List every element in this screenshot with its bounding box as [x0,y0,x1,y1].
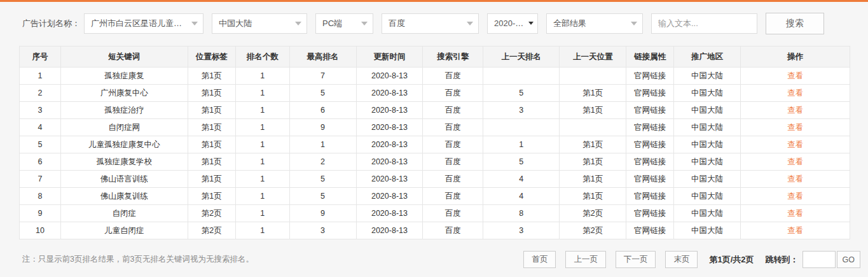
table-cell: 10 [20,222,61,239]
table-cell: 百度 [423,136,483,153]
column-header: 位置标签 [188,46,235,67]
table-cell: 5 [289,171,356,188]
view-link[interactable]: 查看 [787,192,803,201]
table-cell: 9 [289,205,356,222]
table-cell: 4 [483,188,560,205]
table-cell: 百度 [423,188,483,205]
table-row: 1孤独症康复第1页172020-8-13百度官网链接中国大陆查看 [20,67,850,85]
view-link[interactable]: 查看 [787,71,803,80]
table-row: 5儿童孤独症康复中心第1页112020-8-13百度1第1页官网链接中国大陆查看 [20,136,850,153]
table-cell: 第1页 [560,136,626,153]
table-cell: 5 [20,136,61,153]
table-cell: 1 [235,85,289,102]
table-cell: 5 [483,85,560,102]
table-cell: 中国大陆 [674,119,741,136]
table-cell: 百度 [423,171,483,188]
search-engine-dropdown[interactable]: 百度 [382,13,479,34]
table-cell: 2 [289,153,356,171]
view-link[interactable]: 查看 [787,89,803,97]
ad-plan-dropdown[interactable]: 广州市白云区星语儿童素质训... [84,13,203,34]
date-select[interactable]: 2020-8-13 [487,13,538,34]
table-cell [483,67,560,85]
region-dropdown[interactable]: 中国大陆 [212,13,307,34]
table-cell: 中国大陆 [674,102,741,119]
prev-page-button[interactable]: 上一页 [565,251,606,268]
table-cell: 官网链接 [626,67,674,85]
table-cell: 1 [235,153,289,171]
action-cell: 查看 [740,188,850,205]
table-cell: 第1页 [188,171,235,188]
column-header: 操作 [740,46,850,67]
device-dropdown[interactable]: PC端 [315,13,373,34]
table-row: 4自闭症网第1页192020-8-13百度官网链接中国大陆查看 [20,119,850,136]
chevron-down-icon [467,22,473,25]
table-cell: 第1页 [188,85,235,102]
table-cell: 5 [483,153,560,171]
table-cell: 第1页 [188,188,235,205]
keyword-rank-table: 序号短关键词位置标签排名个数最高排名更新时间搜索引擎上一天排名上一天位置链接属性… [19,46,850,239]
table-body: 1孤独症康复第1页172020-8-13百度官网链接中国大陆查看2广州康复中心第… [20,67,850,239]
ad-plan-label: 广告计划名称： [22,18,80,29]
search-button[interactable]: 搜索 [766,13,824,34]
table-cell: 第2页 [560,205,626,222]
table-cell: 孤独症康复 [60,67,188,85]
view-link[interactable]: 查看 [787,226,803,235]
keyword-search-input[interactable] [651,13,757,34]
table-cell: 自闭症 [60,205,188,222]
view-link[interactable]: 查看 [787,157,803,166]
jump-to-page-input[interactable] [803,251,836,268]
table-cell: 8 [483,205,560,222]
table-cell: 7 [20,171,61,188]
table-cell: 2020-8-13 [356,119,423,136]
table-cell: 2 [20,85,61,102]
view-link[interactable]: 查看 [787,209,803,218]
table-cell: 2020-8-13 [356,67,423,85]
go-button[interactable]: GO [837,251,860,268]
table-cell: 百度 [423,67,483,85]
table-cell: 3 [20,102,61,119]
table-cell: 第1页 [560,85,626,102]
view-link[interactable]: 查看 [787,123,803,132]
table-cell [483,119,560,136]
last-page-button[interactable]: 末页 [665,251,698,268]
footer-bar: 注：只显示前3页排名结果，前3页无排名关键词视为无搜索排名。 首页 上一页 下一… [22,251,860,268]
column-header: 搜索引擎 [423,46,483,67]
table-cell: 1 [20,67,61,85]
table-cell: 孤独症治疗 [60,102,188,119]
table-cell: 1 [235,188,289,205]
view-link[interactable]: 查看 [787,106,803,115]
chevron-down-icon [295,22,301,25]
table-cell: 自闭症网 [60,119,188,136]
view-link[interactable]: 查看 [787,174,803,183]
column-header: 推广地区 [674,46,741,67]
first-page-button[interactable]: 首页 [523,251,556,268]
table-header-row: 序号短关键词位置标签排名个数最高排名更新时间搜索引擎上一天排名上一天位置链接属性… [20,46,850,67]
table-cell: 佛山语言训练 [60,171,188,188]
table-cell: 第2页 [560,222,626,239]
table-cell [560,67,626,85]
column-header: 上一天位置 [560,46,626,67]
table-row: 3孤独症治疗第1页162020-8-13百度3第1页官网链接中国大陆查看 [20,102,850,119]
view-link[interactable]: 查看 [787,140,803,149]
next-page-button[interactable]: 下一页 [616,251,656,268]
table-cell: 第1页 [188,153,235,171]
action-cell: 查看 [740,67,850,85]
result-filter-dropdown[interactable]: 全部结果 [546,13,643,34]
search-engine-value: 百度 [389,18,462,29]
table-cell: 2020-8-13 [356,102,423,119]
table-row: 2广州康复中心第1页152020-8-13百度5第1页官网链接中国大陆查看 [20,85,850,102]
table-cell: 1 [483,136,560,153]
table-cell: 1 [235,171,289,188]
table-cell: 5 [289,85,356,102]
table-cell: 官网链接 [626,153,674,171]
action-cell: 查看 [740,102,850,119]
table-cell: 第1页 [188,67,235,85]
action-cell: 查看 [740,136,850,153]
table-cell: 3 [289,222,356,239]
table-cell: 2020-8-13 [356,205,423,222]
table-cell: 中国大陆 [674,205,741,222]
table-row: 8佛山康复训练第1页152020-8-13百度4第1页官网链接中国大陆查看 [20,188,850,205]
action-cell: 查看 [740,119,850,136]
chevron-down-icon [528,22,534,25]
table-cell: 2020-8-13 [356,222,423,239]
